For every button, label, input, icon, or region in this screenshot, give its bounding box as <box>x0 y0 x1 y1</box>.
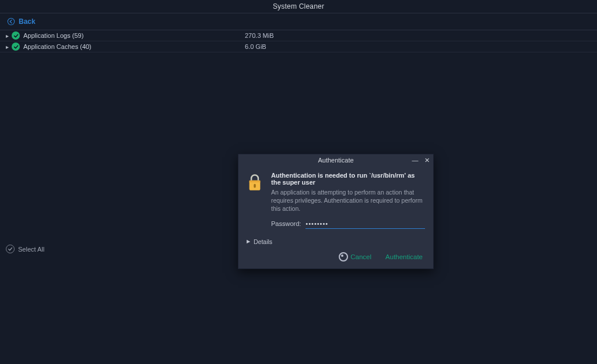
svg-rect-2 <box>250 181 261 182</box>
details-toggle[interactable]: ▶ Details <box>238 235 433 248</box>
back-arrow-icon <box>7 17 15 26</box>
password-input[interactable] <box>305 219 425 229</box>
chevron-right-icon: ▸ <box>2 33 12 39</box>
password-label: Password: <box>271 220 301 227</box>
list-item[interactable]: ▸ Application Caches (40) 6.0 GiB <box>0 41 597 52</box>
select-all-button[interactable]: Select All <box>6 245 44 253</box>
authenticate-dialog: Authenticate — ✕ Authentication is neede… <box>238 154 434 269</box>
lock-icon <box>247 172 264 232</box>
details-label: Details <box>254 238 272 245</box>
list-item-size: 6.0 GiB <box>245 43 591 50</box>
checked-icon <box>12 43 20 51</box>
chevron-right-icon: ▶ <box>247 239 250 244</box>
list-item-size: 270.3 MiB <box>245 32 591 39</box>
cancel-label: Cancel <box>350 253 371 260</box>
back-button[interactable]: Back <box>0 13 597 30</box>
cancel-button[interactable]: Cancel <box>339 252 371 261</box>
chevron-right-icon: ▸ <box>2 44 12 50</box>
dialog-title-text: Authenticate <box>318 157 353 164</box>
back-label: Back <box>19 17 36 26</box>
cleanup-list: ▸ Application Logs (59) 270.3 MiB ▸ Appl… <box>0 30 597 52</box>
svg-rect-3 <box>254 184 255 188</box>
dialog-subtext: An application is attempting to perform … <box>271 188 425 213</box>
list-item-name: Application Logs (59) <box>23 32 245 39</box>
dialog-title: Authenticate — ✕ <box>238 154 433 166</box>
checked-icon <box>12 31 20 40</box>
close-button[interactable]: ✕ <box>423 154 431 166</box>
list-item[interactable]: ▸ Application Logs (59) 270.3 MiB <box>0 30 597 41</box>
dialog-headline: Authentication is needed to run `/usr/bi… <box>271 172 425 186</box>
authenticate-button[interactable]: Authenticate <box>385 253 423 260</box>
select-all-label: Select All <box>18 246 44 253</box>
app-title: System Cleaner <box>0 0 597 13</box>
list-item-name: Application Caches (40) <box>23 43 245 50</box>
select-all-icon <box>6 245 15 253</box>
cancel-icon <box>339 252 348 261</box>
svg-point-0 <box>8 18 14 24</box>
minimize-button[interactable]: — <box>411 154 419 166</box>
